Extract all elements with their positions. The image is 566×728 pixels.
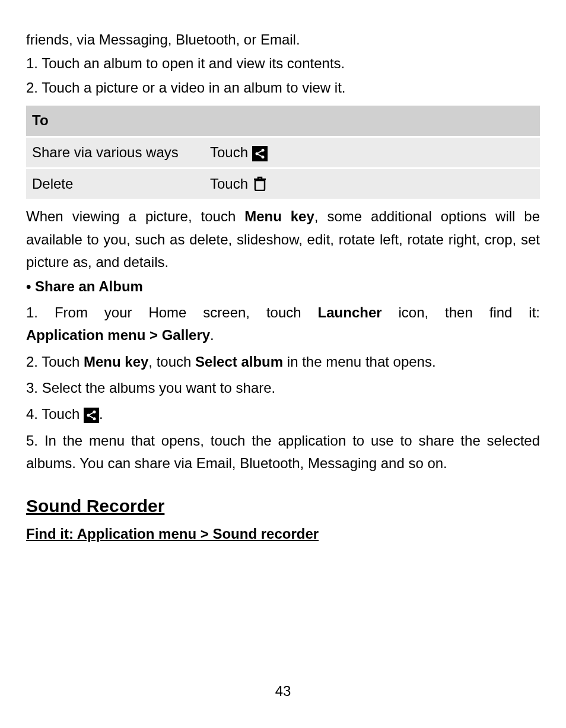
table-row: Delete Touch — [26, 168, 540, 199]
svg-line-3 — [258, 151, 262, 152]
step-4: 4. Touch . — [26, 403, 540, 425]
svg-line-4 — [258, 154, 262, 156]
delete-action-text: Touch — [210, 176, 252, 192]
share-album-heading: • Share an Album — [26, 275, 540, 298]
intro-line-2: 1. Touch an album to open it and view it… — [26, 52, 540, 75]
svg-point-0 — [261, 148, 264, 151]
text-segment: in the menu that opens. — [283, 354, 436, 370]
page-number: 43 — [0, 683, 566, 700]
sound-recorder-subhead: Find it: Application menu > Sound record… — [26, 523, 540, 545]
text-segment: When viewing a picture, touch — [26, 208, 244, 224]
menu-key-paragraph: When viewing a picture, touch Menu key, … — [26, 205, 540, 274]
table-row: Share via various ways Touch — [26, 136, 540, 168]
delete-label: Delete — [26, 168, 204, 199]
intro-line-1: friends, via Messaging, Bluetooth, or Em… — [26, 28, 540, 51]
page-content: friends, via Messaging, Bluetooth, or Em… — [0, 0, 566, 545]
menu-key-bold: Menu key — [244, 208, 314, 224]
menu-key-bold-2: Menu key — [84, 354, 148, 370]
svg-point-6 — [87, 414, 90, 417]
table-header-row: To — [26, 105, 540, 136]
table-header-cell: To — [26, 105, 540, 136]
select-album-bold: Select album — [195, 354, 283, 370]
step-3: 3. Select the albums you want to share. — [26, 377, 540, 399]
svg-line-9 — [90, 417, 93, 418]
share-icon — [252, 146, 268, 161]
text-segment: , touch — [148, 354, 195, 370]
share-icon — [84, 408, 99, 423]
text-segment: . — [210, 327, 214, 343]
svg-point-1 — [255, 152, 258, 155]
share-album-steps: 1. From your Home screen, touch Launcher… — [26, 301, 540, 475]
delete-action-cell: Touch — [204, 168, 540, 199]
svg-point-5 — [93, 411, 96, 414]
launcher-bold: Launcher — [318, 304, 382, 320]
svg-point-2 — [261, 155, 264, 158]
svg-line-8 — [90, 413, 93, 415]
text-segment: icon, then find it: — [382, 304, 540, 320]
text-segment: 1. From your Home screen, touch — [26, 304, 318, 320]
share-action-text: Touch — [210, 144, 252, 160]
share-action-cell: Touch — [204, 136, 540, 168]
text-segment: . — [99, 406, 103, 422]
text-segment: 4. Touch — [26, 406, 84, 422]
share-label: Share via various ways — [26, 136, 204, 168]
text-segment: 2. Touch — [26, 354, 84, 370]
intro-line-3: 2. Touch a picture or a video in an albu… — [26, 77, 540, 99]
sound-recorder-title: Sound Recorder — [26, 492, 540, 520]
step-1: 1. From your Home screen, touch Launcher… — [26, 301, 540, 347]
actions-table: To Share via various ways Touch Delete — [26, 104, 540, 201]
svg-point-7 — [93, 418, 96, 421]
trash-icon — [252, 176, 268, 191]
step-2: 2. Touch Menu key, touch Select album in… — [26, 351, 540, 373]
step-5: 5. In the menu that opens, touch the app… — [26, 430, 540, 475]
app-menu-gallery-bold: Application menu > Gallery — [26, 327, 210, 343]
